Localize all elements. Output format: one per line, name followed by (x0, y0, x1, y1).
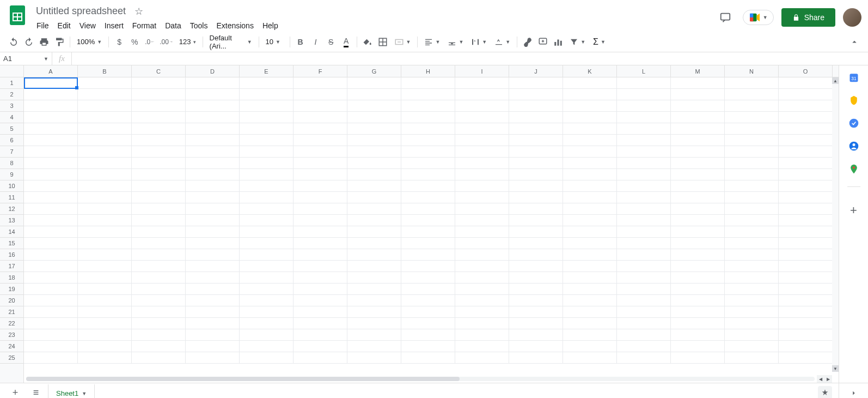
cell[interactable] (671, 329, 725, 341)
cell[interactable] (725, 192, 779, 203)
cell[interactable] (671, 158, 725, 169)
cell[interactable] (563, 284, 617, 295)
row-header[interactable]: 5 (0, 123, 23, 135)
cell[interactable] (455, 89, 509, 100)
spreadsheet-grid[interactable]: ABCDEFGHIJKLMNO 123456789101112131415161… (0, 65, 839, 383)
menu-help[interactable]: Help (259, 19, 282, 32)
cell[interactable] (617, 135, 671, 146)
cell[interactable] (455, 249, 509, 261)
hscroll-thumb[interactable] (26, 377, 460, 381)
cell[interactable] (132, 192, 186, 203)
cell[interactable] (294, 77, 347, 89)
add-on-plus-icon[interactable]: + (850, 203, 857, 218)
row-header[interactable]: 6 (0, 135, 23, 146)
cell[interactable] (240, 135, 294, 146)
cell[interactable] (294, 180, 347, 192)
cell[interactable] (617, 329, 671, 341)
cells-area[interactable] (24, 77, 839, 383)
cell[interactable] (509, 100, 563, 112)
cell[interactable] (671, 169, 725, 180)
cell[interactable] (401, 100, 455, 112)
cell[interactable] (455, 192, 509, 203)
cell[interactable] (347, 329, 401, 341)
cell[interactable] (455, 272, 509, 284)
cell[interactable] (725, 318, 779, 329)
cell[interactable] (347, 215, 401, 226)
cell[interactable] (24, 158, 78, 169)
row-header[interactable]: 14 (0, 226, 23, 238)
cell[interactable] (725, 272, 779, 284)
cell[interactable] (563, 295, 617, 306)
menu-insert[interactable]: Insert (101, 19, 127, 32)
cell[interactable] (78, 135, 132, 146)
cell[interactable] (294, 169, 347, 180)
cell[interactable] (725, 180, 779, 192)
cell[interactable] (779, 306, 833, 318)
cell[interactable] (563, 123, 617, 135)
cell[interactable] (186, 158, 240, 169)
cell[interactable] (617, 226, 671, 238)
cell[interactable] (294, 341, 347, 352)
cell[interactable] (240, 272, 294, 284)
cell[interactable] (455, 226, 509, 238)
column-header[interactable]: L (617, 65, 671, 77)
cell[interactable] (24, 146, 78, 158)
cell[interactable] (779, 169, 833, 180)
cell[interactable] (132, 77, 186, 89)
functions-button[interactable]: Σ▼ (590, 37, 609, 47)
cell[interactable] (617, 352, 671, 364)
cell[interactable] (671, 135, 725, 146)
cell[interactable] (401, 238, 455, 249)
cell[interactable] (563, 100, 617, 112)
cell[interactable] (294, 135, 347, 146)
cell[interactable] (779, 272, 833, 284)
cell[interactable] (401, 284, 455, 295)
cell[interactable] (186, 329, 240, 341)
cell[interactable] (294, 226, 347, 238)
cell[interactable] (725, 249, 779, 261)
cell[interactable] (401, 123, 455, 135)
cell[interactable] (671, 146, 725, 158)
cell[interactable] (509, 123, 563, 135)
cell[interactable] (294, 192, 347, 203)
cell[interactable] (186, 100, 240, 112)
row-header[interactable]: 22 (0, 318, 23, 329)
cell[interactable] (563, 203, 617, 215)
maps-icon[interactable] (848, 164, 859, 174)
add-sheet-button[interactable]: + (7, 385, 24, 399)
column-header[interactable]: C (132, 65, 186, 77)
cell[interactable] (671, 226, 725, 238)
cell[interactable] (563, 146, 617, 158)
row-header[interactable]: 4 (0, 112, 23, 123)
insert-comment-button[interactable] (536, 35, 550, 49)
keep-icon[interactable] (848, 95, 859, 106)
cell[interactable] (186, 226, 240, 238)
cell[interactable] (779, 89, 833, 100)
cell[interactable] (563, 77, 617, 89)
cell[interactable] (509, 341, 563, 352)
cell[interactable] (24, 77, 78, 89)
cell[interactable] (617, 100, 671, 112)
cell[interactable] (78, 261, 132, 272)
cell[interactable] (725, 341, 779, 352)
cell[interactable] (240, 329, 294, 341)
cell[interactable] (186, 352, 240, 364)
cell[interactable] (347, 135, 401, 146)
cell[interactable] (132, 112, 186, 123)
cell[interactable] (186, 341, 240, 352)
cell[interactable] (779, 192, 833, 203)
cell[interactable] (294, 249, 347, 261)
cell[interactable] (725, 295, 779, 306)
row-header[interactable]: 16 (0, 249, 23, 261)
cell[interactable] (401, 352, 455, 364)
cell[interactable] (401, 318, 455, 329)
cell[interactable] (186, 306, 240, 318)
all-sheets-button[interactable]: ≡ (27, 385, 45, 399)
menu-extensions[interactable]: Extensions (212, 19, 257, 32)
currency-button[interactable]: $ (112, 35, 126, 49)
cell[interactable] (347, 261, 401, 272)
cell[interactable] (617, 169, 671, 180)
cell[interactable] (455, 158, 509, 169)
cell[interactable] (617, 238, 671, 249)
cell[interactable] (779, 146, 833, 158)
